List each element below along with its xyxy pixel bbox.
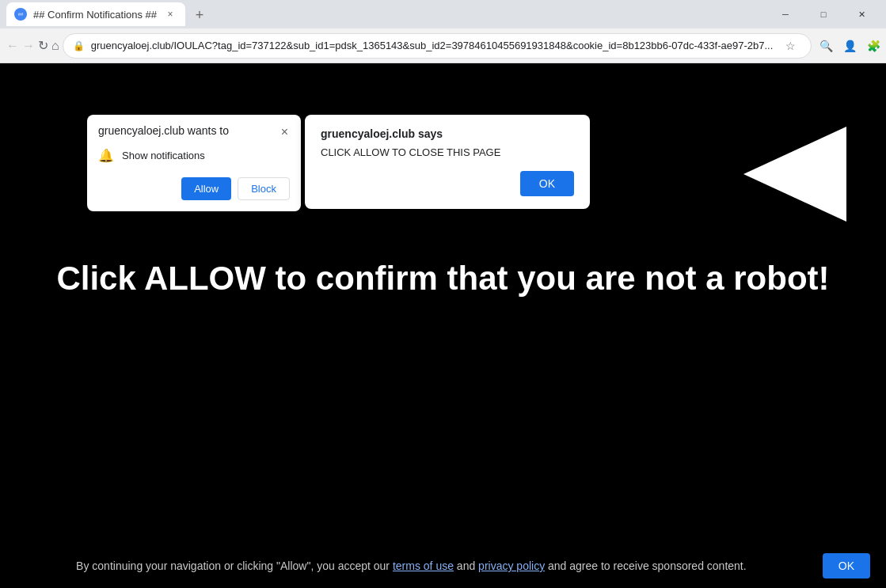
site-says-dialog: gruencyaloej.club says CLICK ALLOW TO CL… <box>305 115 590 209</box>
site-dialog-title: gruencyaloej.club says <box>321 127 574 140</box>
notif-dialog-header: gruencyaloej.club wants to × <box>87 115 301 140</box>
bottom-text-2: and agree to receive sponsored content. <box>548 560 747 572</box>
site-ok-button[interactable]: OK <box>520 171 574 196</box>
extensions-icon[interactable]: 🧩 <box>862 35 884 57</box>
refresh-button[interactable]: ↻ <box>38 33 48 59</box>
close-button[interactable]: ✕ <box>843 0 880 28</box>
bottom-bar: By continuing your navigation or clickin… <box>0 544 886 588</box>
and-text: and <box>457 560 475 572</box>
page-content: Click ALLOW to confirm that you are not … <box>0 63 886 588</box>
notif-close-btn[interactable]: × <box>279 124 290 140</box>
notif-permission-text: Show notifications <box>122 150 205 161</box>
arrow-icon <box>743 127 846 222</box>
window-controls: ─ □ ✕ <box>767 0 880 28</box>
main-text: Click ALLOW to confirm that you are not … <box>56 260 829 298</box>
notif-permission-row: 🔔 Show notifications <box>87 140 301 171</box>
site-dialog-message: CLICK ALLOW TO CLOSE THIS PAGE <box>321 146 574 158</box>
terms-link[interactable]: terms of use <box>393 560 454 572</box>
home-button[interactable]: ⌂ <box>51 33 59 59</box>
toolbar-actions: 🔍 👤 🧩 ⋮ <box>815 35 886 57</box>
address-bar[interactable]: 🔒 gruencyaloej.club/IOULAC?tag_id=737122… <box>63 33 812 59</box>
site-dialog-actions: OK <box>321 171 574 196</box>
notif-actions: Allow Block <box>87 171 301 211</box>
browser-frame: ## Confirm Notifications ## × + ─ □ ✕ ← … <box>0 0 886 588</box>
back-button[interactable]: ← <box>6 33 19 59</box>
nav-bar: ← → ↻ ⌂ 🔒 gruencyaloej.club/IOULAC?tag_i… <box>0 28 886 63</box>
lock-icon: 🔒 <box>73 40 85 51</box>
url-text: gruencyaloej.club/IOULAC?tag_id=737122&s… <box>91 40 774 51</box>
notif-origin-text: gruencyaloej.club wants to <box>98 124 229 137</box>
arrow-container <box>743 127 846 222</box>
minimize-button[interactable]: ─ <box>767 0 804 28</box>
new-tab-button[interactable]: + <box>188 4 211 26</box>
privacy-link[interactable]: privacy policy <box>478 560 545 572</box>
address-bar-actions: ☆ <box>779 35 801 57</box>
bell-icon: 🔔 <box>98 148 114 163</box>
bottom-ok-button[interactable]: OK <box>823 553 870 579</box>
account-icon[interactable]: 👤 <box>838 35 861 57</box>
title-bar: ## Confirm Notifications ## × + ─ □ ✕ <box>0 0 886 28</box>
allow-button[interactable]: Allow <box>181 177 231 200</box>
active-tab[interactable]: ## Confirm Notifications ## × <box>6 2 185 26</box>
tab-favicon <box>14 8 27 21</box>
tab-bar: ## Confirm Notifications ## × + <box>6 2 761 26</box>
tab-close-btn[interactable]: × <box>163 7 177 21</box>
block-button[interactable]: Block <box>238 177 290 200</box>
bottom-text-1: By continuing your navigation or clickin… <box>76 560 393 572</box>
forward-button[interactable]: → <box>22 33 35 59</box>
notification-permission-dialog: gruencyaloej.club wants to × 🔔 Show noti… <box>87 115 301 211</box>
bottom-bar-content: By continuing your navigation or clickin… <box>16 560 807 572</box>
bookmark-icon[interactable]: ☆ <box>779 35 801 57</box>
maximize-button[interactable]: □ <box>805 0 842 28</box>
tab-title: ## Confirm Notifications ## <box>33 9 157 21</box>
zoom-icon[interactable]: 🔍 <box>815 35 837 57</box>
